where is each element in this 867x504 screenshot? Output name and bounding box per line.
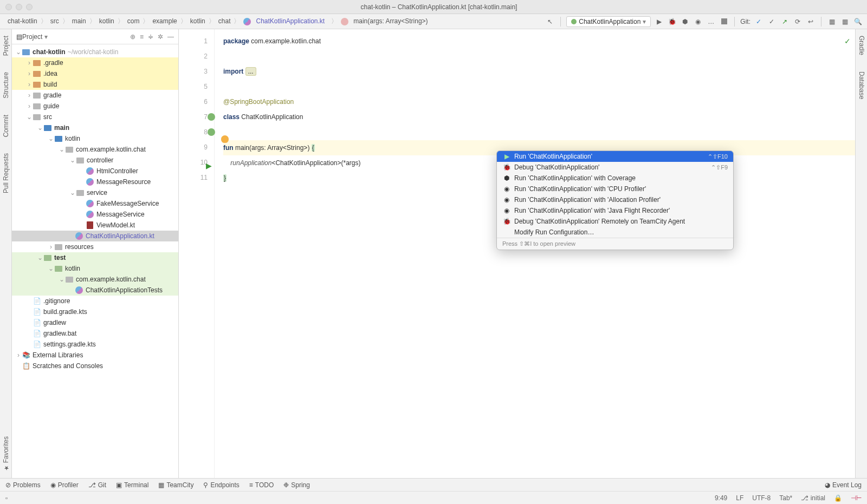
menu-allocation-profiler[interactable]: ◉Run 'ChatKotlinApplication' with 'Alloc… xyxy=(497,194,733,205)
tree-gradle-dir[interactable]: ›.gradle xyxy=(12,57,178,68)
crumb-chat[interactable]: chat xyxy=(215,16,234,26)
profile-icon[interactable]: ◉ xyxy=(693,17,703,27)
tool-gradle[interactable]: Gradle xyxy=(858,36,865,55)
tree-test-file[interactable]: ChatKotlinApplicationTests xyxy=(12,285,178,296)
crumb-kotlin2[interactable]: kotlin xyxy=(187,16,209,26)
status-indexing-icon[interactable]: ⊣⊢ xyxy=(851,494,862,502)
lightbulb-icon[interactable] xyxy=(221,135,229,143)
status-branch[interactable]: ⎇ initial xyxy=(801,494,825,502)
tree-test-pkg[interactable]: ⌄com.example.kotlin.chat xyxy=(12,274,178,285)
tree-idea[interactable]: ›.idea xyxy=(12,68,178,79)
tree-service[interactable]: ⌄service xyxy=(12,187,178,198)
run-config-selector[interactable]: ChatKotlinApplication ▾ xyxy=(566,16,651,27)
git-history-icon[interactable]: ⟳ xyxy=(793,17,803,27)
tree-settings-gradle[interactable]: 📄settings.gradle.kts xyxy=(12,339,178,350)
tool-project[interactable]: Project xyxy=(2,36,10,56)
menu-cpu-profiler[interactable]: ◉Run 'ChatKotlinApplication' with 'CPU P… xyxy=(497,184,733,194)
code-area[interactable]: package com.example.kotlin.chat import .… xyxy=(215,29,855,478)
status-indent[interactable]: Tab* xyxy=(779,494,792,502)
tree-fake-message-service[interactable]: FakeMessageService xyxy=(12,198,178,209)
crumb-file[interactable]: ChatKotlinApplication.kt xyxy=(240,16,331,27)
tree-kotlin[interactable]: ⌄kotlin xyxy=(12,133,178,144)
git-revert-icon[interactable]: ↩ xyxy=(806,17,816,27)
tool-problems[interactable]: ⊘ Problems xyxy=(5,481,41,489)
tool-structure[interactable]: Structure xyxy=(2,72,10,99)
tree-src[interactable]: ⌄src xyxy=(12,112,178,122)
tree-external-libraries[interactable]: ›📚External Libraries xyxy=(12,350,178,361)
tree-build[interactable]: ›build xyxy=(12,79,178,90)
tool-event-log[interactable]: ◕ Event Log xyxy=(825,481,862,489)
menu-modify-config[interactable]: Modify Run Configuration… xyxy=(497,227,733,238)
tree-root[interactable]: ⌄chat-kotlin~/work/chat-kotlin xyxy=(12,47,178,57)
git-update-icon[interactable]: ✓ xyxy=(754,17,764,27)
sidebar-title[interactable]: Project xyxy=(22,33,42,41)
crumb-src[interactable]: src xyxy=(47,16,62,26)
search-icon[interactable]: 🔍 xyxy=(853,17,863,27)
gutter-spring-icon-2[interactable] xyxy=(208,128,215,136)
status-encoding[interactable]: UTF-8 xyxy=(752,494,771,502)
sidebar-collapse-icon[interactable]: ≑ xyxy=(148,33,153,41)
tree-gradlew[interactable]: 📄gradlew xyxy=(12,317,178,328)
menu-run[interactable]: ▶Run 'ChatKotlinApplication'⌃⇧F10 xyxy=(497,151,733,162)
tree-scratches[interactable]: 📋Scratches and Consoles xyxy=(12,361,178,371)
tree-view-model[interactable]: ViewModel.kt xyxy=(12,220,178,231)
ide-icon-1[interactable]: ▦ xyxy=(827,17,837,27)
attach-icon[interactable]: … xyxy=(706,17,716,27)
tree-gradle[interactable]: ›gradle xyxy=(12,90,178,101)
tree-gradlew-bat[interactable]: 📄gradlew.bat xyxy=(12,328,178,339)
tool-favorites[interactable]: ★ Favorites xyxy=(2,436,10,472)
crumb-project[interactable]: chat-kotlin xyxy=(4,16,41,26)
tree-controller[interactable]: ⌄controller xyxy=(12,155,178,166)
tool-pull-requests[interactable]: Pull Requests xyxy=(2,153,10,193)
crumb-kotlin[interactable]: kotlin xyxy=(96,16,118,26)
sidebar-expand-icon[interactable]: ≡ xyxy=(140,33,144,41)
tree-app-file[interactable]: ChatKotlinApplication.kt xyxy=(12,231,178,241)
coverage-icon[interactable]: ⬢ xyxy=(680,17,690,27)
minimize-icon[interactable] xyxy=(16,4,22,10)
tree-resources[interactable]: ›resources xyxy=(12,241,178,252)
tree-test-kotlin[interactable]: ⌄kotlin xyxy=(12,263,178,274)
status-line-sep[interactable]: LF xyxy=(736,494,743,502)
git-commit-icon[interactable]: ✓ xyxy=(767,17,777,27)
gutter-run-icon[interactable]: ▶ xyxy=(206,158,212,173)
menu-remote-debug[interactable]: 🐞Debug 'ChatKotlinApplication' Remotely … xyxy=(497,216,733,227)
ide-icon-2[interactable]: ▦ xyxy=(840,17,850,27)
status-caret-pos[interactable]: 9:49 xyxy=(715,494,727,502)
status-lock-icon[interactable]: 🔒 xyxy=(834,494,842,502)
tree-pkg[interactable]: ⌄com.example.kotlin.chat xyxy=(12,144,178,155)
sidebar-locate-icon[interactable]: ⊕ xyxy=(130,33,135,41)
fold-imports[interactable]: ... xyxy=(245,67,256,76)
tool-git[interactable]: ⎇ Git xyxy=(88,481,106,489)
tree-message-resource[interactable]: MessageResource xyxy=(12,176,178,187)
tool-spring[interactable]: ❉ Spring xyxy=(283,481,310,489)
tool-commit[interactable]: Commit xyxy=(2,115,10,137)
menu-jfr[interactable]: ◉Run 'ChatKotlinApplication' with 'Java … xyxy=(497,205,733,216)
tool-database[interactable]: Database xyxy=(858,71,865,99)
close-icon[interactable] xyxy=(5,4,12,10)
crumb-example[interactable]: example xyxy=(149,16,180,26)
tool-terminal[interactable]: ▣ Terminal xyxy=(116,481,148,489)
crumb-function[interactable]: main(args: Array<String>) xyxy=(338,16,434,27)
crumb-main[interactable]: main xyxy=(69,16,89,26)
tree-guide[interactable]: ›guide xyxy=(12,101,178,112)
inspections-ok-icon[interactable]: ✓ xyxy=(844,34,851,49)
status-notifications-icon[interactable]: ▫ xyxy=(5,494,8,502)
zoom-icon[interactable] xyxy=(26,4,33,10)
tool-profiler[interactable]: ◉ Profiler xyxy=(50,481,79,489)
tool-endpoints[interactable]: ⚲ Endpoints xyxy=(203,481,239,489)
gutter-spring-icon[interactable] xyxy=(208,113,215,121)
crumb-com[interactable]: com xyxy=(124,16,143,26)
tree-test[interactable]: ⌄test xyxy=(12,252,178,263)
tree-gitignore[interactable]: 📄.gitignore xyxy=(12,296,178,306)
tool-teamcity[interactable]: ▦ TeamCity xyxy=(158,481,193,489)
tree-main[interactable]: ⌄main xyxy=(12,122,178,133)
run-icon[interactable]: ▶ xyxy=(654,17,664,27)
git-push-icon[interactable]: ↗ xyxy=(780,17,790,27)
tree-message-service[interactable]: MessageService xyxy=(12,209,178,220)
debug-icon[interactable]: 🐞 xyxy=(667,17,677,27)
tool-todo[interactable]: ≡ TODO xyxy=(249,481,274,489)
stop-icon[interactable] xyxy=(719,17,729,27)
back-forward-icon[interactable]: ↖ xyxy=(545,17,555,27)
sidebar-hide-icon[interactable]: — xyxy=(167,33,174,41)
menu-debug[interactable]: 🐞Debug 'ChatKotlinApplication'⌃⇧F9 xyxy=(497,162,733,173)
